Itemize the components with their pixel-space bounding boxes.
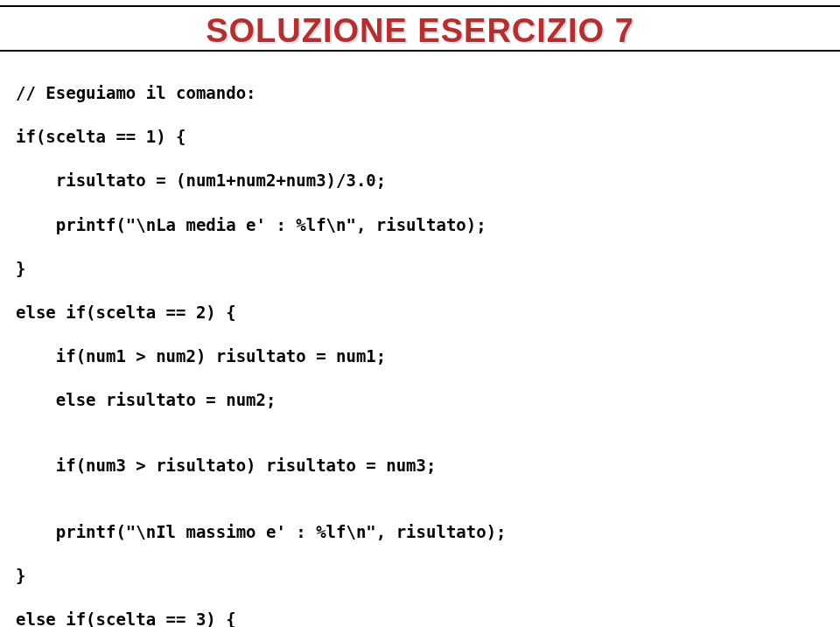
code-line: if(scelta == 1) { <box>16 126 840 148</box>
code-line: } <box>16 565 840 587</box>
code-line: printf("\nLa media e' : %lf\n", risultat… <box>16 214 840 236</box>
code-line: printf("\nIl massimo e' : %lf\n", risult… <box>16 521 840 543</box>
slide-title: SOLUZIONE ESERCIZIO 7 <box>0 7 840 50</box>
code-line: // Eseguiamo il comando: <box>16 82 840 104</box>
code-line: } <box>16 258 840 280</box>
code-block: // Eseguiamo il comando: if(scelta == 1)… <box>0 60 840 627</box>
code-line: if(num1 > num2) risultato = num1; <box>16 345 840 367</box>
code-line: if(num3 > risultato) risultato = num3; <box>16 455 840 477</box>
code-line: else if(scelta == 2) { <box>16 302 840 324</box>
hr-bottom <box>0 50 840 52</box>
code-line: else risultato = num2; <box>16 389 840 411</box>
code-line: else if(scelta == 3) { <box>16 609 840 627</box>
code-line: risultato = (num1+num2+num3)/3.0; <box>16 170 840 192</box>
